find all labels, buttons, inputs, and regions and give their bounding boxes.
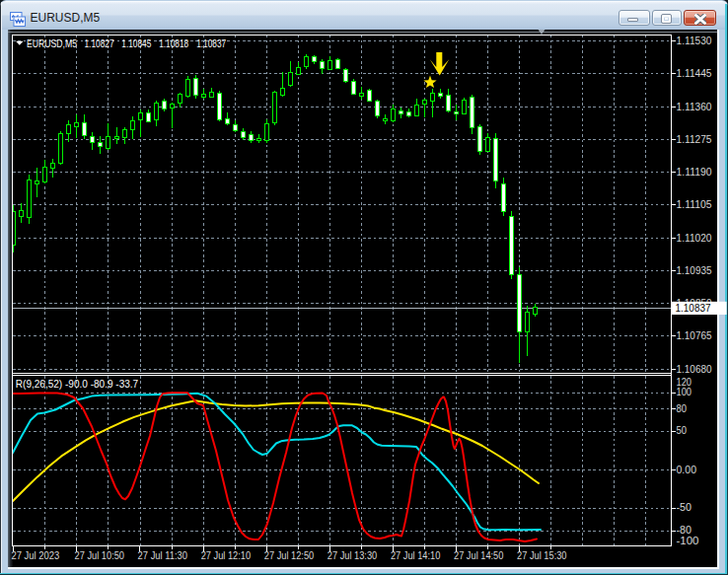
svg-text:1.11275: 1.11275: [677, 133, 712, 145]
svg-text:1.11530: 1.11530: [677, 35, 712, 46]
svg-text:1.11190: 1.11190: [677, 166, 712, 178]
svg-text:100: 100: [677, 386, 692, 397]
svg-text:27 Jul 14:50: 27 Jul 14:50: [454, 549, 503, 561]
svg-text:27 Jul 15:30: 27 Jul 15:30: [517, 549, 566, 561]
svg-text:1.10837: 1.10837: [676, 302, 711, 314]
svg-text:1.10818: 1.10818: [159, 37, 188, 49]
svg-text:0.00: 0.00: [677, 464, 697, 475]
svg-text:1.10845: 1.10845: [121, 37, 151, 49]
svg-text:1.10827: 1.10827: [85, 37, 114, 49]
svg-text:27 Jul 11:30: 27 Jul 11:30: [138, 549, 187, 561]
svg-text:27 Jul 2023: 27 Jul 2023: [12, 549, 60, 561]
svg-text:-100: -100: [677, 535, 699, 546]
svg-text:1.10680: 1.10680: [677, 363, 712, 375]
svg-text:27 Jul 12:10: 27 Jul 12:10: [201, 549, 251, 561]
svg-text:1.10765: 1.10765: [677, 329, 712, 341]
svg-text:80: 80: [677, 402, 688, 414]
svg-text:1.11360: 1.11360: [677, 101, 712, 112]
svg-text:EURUSD,M5: EURUSD,M5: [27, 37, 77, 49]
svg-text:1.11105: 1.11105: [677, 198, 712, 210]
svg-text:-50: -50: [677, 501, 692, 513]
svg-text:27 Jul 13:30: 27 Jul 13:30: [328, 549, 377, 561]
svg-text:50: 50: [677, 424, 688, 436]
svg-text:1.11445: 1.11445: [677, 67, 712, 79]
svg-text:1.10837: 1.10837: [196, 37, 226, 49]
svg-text:R(9,26,52) -90.0 -80.9 -33.7: R(9,26,52) -90.0 -80.9 -33.7: [16, 378, 138, 390]
svg-text:27 Jul 14:10: 27 Jul 14:10: [391, 549, 440, 561]
svg-text:1.11020: 1.11020: [677, 232, 712, 244]
svg-text:27 Jul 10:50: 27 Jul 10:50: [75, 549, 124, 561]
svg-text:1.10935: 1.10935: [677, 264, 712, 276]
svg-text:27 Jul 12:50: 27 Jul 12:50: [264, 549, 314, 561]
